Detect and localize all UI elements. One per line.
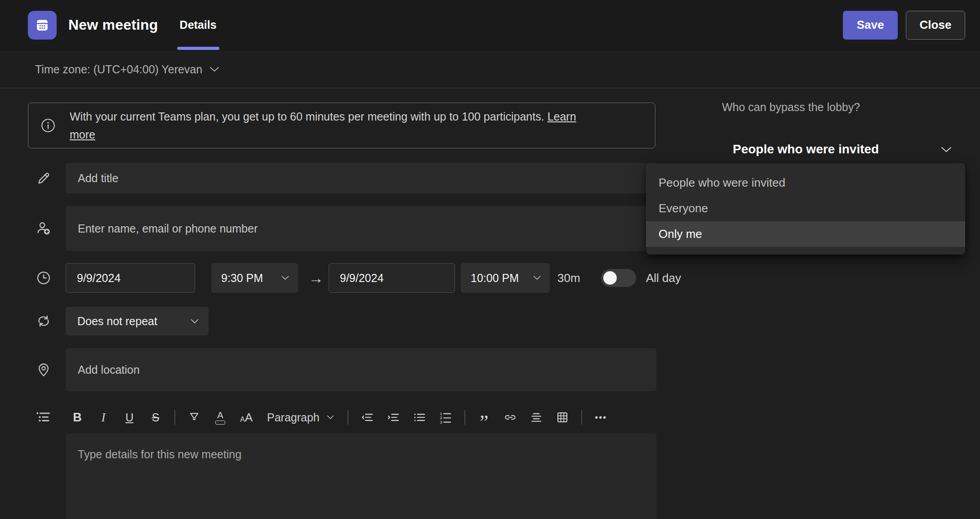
header: New meeting Details Save Close (0, 0, 980, 50)
new-meeting-dialog: New meeting Details Save Close Time zone… (0, 0, 980, 519)
bullet-list-icon (413, 412, 426, 423)
lobby-question-label: Who can bypass the lobby? (722, 101, 860, 114)
lobby-options-menu: People who were invited Everyone Only me (646, 163, 965, 255)
highlighter-icon (187, 411, 201, 424)
quote-button[interactable]: ” (472, 406, 496, 429)
end-time-dropdown[interactable]: 10:00 PM (461, 263, 550, 293)
location-pin-icon (35, 361, 53, 379)
underline-button[interactable]: U (118, 406, 141, 429)
link-icon (503, 412, 517, 423)
details-placeholder: Type details for this new meeting (78, 448, 241, 461)
chevron-down-icon (209, 67, 219, 72)
toolbar-divider (174, 410, 175, 425)
toolbar-divider (581, 410, 582, 425)
end-date-value: 9/9/2024 (340, 272, 383, 285)
attendees-placeholder: Enter name, email or phone number (78, 222, 258, 235)
numbered-list-icon: 1 2 3 (439, 411, 452, 424)
tab-details-label: Details (180, 18, 217, 31)
link-button[interactable] (499, 406, 522, 429)
menu-item-everyone[interactable]: Everyone (646, 196, 965, 221)
lobby-dropdown[interactable]: People who were invited (722, 136, 965, 163)
end-date-input[interactable]: 9/9/2024 (329, 263, 455, 293)
chevron-down-icon (281, 276, 289, 280)
person-add-icon (35, 219, 53, 237)
title-input[interactable]: Add title (66, 163, 656, 193)
table-icon (556, 411, 569, 424)
font-size-icon: A A (240, 412, 253, 423)
agenda-list-icon (35, 408, 53, 426)
start-time-value: 9:30 PM (221, 272, 263, 285)
rich-text-toolbar: B I U S A A A Paragraph (66, 403, 656, 432)
plan-info-banner: With your current Teams plan, you get up… (28, 103, 655, 148)
close-button[interactable]: Close (906, 11, 965, 40)
chevron-down-icon (191, 319, 199, 324)
highlight-button[interactable] (183, 406, 206, 429)
title-placeholder: Add title (78, 172, 118, 185)
pencil-icon (35, 169, 53, 187)
bullet-list-button[interactable] (408, 406, 431, 429)
bold-button[interactable]: B (66, 406, 89, 429)
timezone-selector[interactable]: Time zone: (UTC+04:00) Yerevan (35, 63, 202, 76)
tab-details[interactable]: Details (178, 0, 218, 50)
outdent-icon (361, 412, 374, 423)
tab-active-indicator (177, 47, 219, 50)
page-title: New meeting (68, 17, 158, 33)
font-color-button[interactable]: A (209, 406, 232, 429)
arrow-right-icon: → (305, 263, 327, 293)
paragraph-style-dropdown[interactable]: Paragraph (261, 406, 340, 429)
font-color-icon: A (215, 411, 225, 425)
duration-label: 30m (557, 263, 580, 293)
location-placeholder: Add location (78, 363, 140, 376)
svg-text:3: 3 (440, 420, 442, 424)
numbered-list-button[interactable]: 1 2 3 (434, 406, 457, 429)
clock-icon (35, 269, 53, 287)
meeting-details-editor[interactable]: Type details for this new meeting (66, 434, 656, 519)
more-options-button[interactable]: ••• (589, 406, 613, 429)
lobby-dropdown-value: People who were invited (733, 142, 879, 157)
toolbar-divider (347, 410, 348, 425)
end-time-value: 10:00 PM (471, 272, 519, 285)
save-button[interactable]: Save (843, 11, 898, 40)
align-button[interactable] (525, 406, 548, 429)
location-input[interactable]: Add location (66, 348, 656, 391)
font-size-button[interactable]: A A (235, 406, 258, 429)
chevron-down-icon (327, 415, 334, 420)
menu-item-only-me[interactable]: Only me (646, 221, 965, 247)
strikethrough-button[interactable]: S (144, 406, 167, 429)
chevron-down-icon (533, 276, 541, 280)
repeat-dropdown[interactable]: Does not repeat (66, 307, 209, 336)
calendar-app-icon (28, 11, 57, 40)
paragraph-label: Paragraph (267, 411, 320, 424)
all-day-label: All day (646, 263, 681, 293)
all-day-toggle[interactable] (601, 269, 636, 287)
plan-info-text: With your current Teams plan, you get up… (70, 107, 600, 143)
start-date-input[interactable]: 9/9/2024 (66, 263, 195, 293)
plan-info-message: With your current Teams plan, you get up… (70, 110, 544, 123)
close-button-label: Close (920, 18, 952, 32)
calendar-glyph (34, 17, 51, 34)
repeat-value: Does not repeat (77, 315, 157, 328)
align-center-icon (530, 412, 543, 423)
italic-button[interactable]: I (92, 406, 115, 429)
menu-item-people-invited[interactable]: People who were invited (646, 170, 965, 196)
start-date-value: 9/9/2024 (77, 272, 120, 285)
outdent-button[interactable] (356, 406, 379, 429)
repeat-icon (35, 312, 53, 330)
toggle-knob (603, 271, 617, 285)
start-time-dropdown[interactable]: 9:30 PM (211, 263, 298, 293)
save-button-label: Save (857, 18, 884, 32)
toolbar-divider (464, 410, 465, 425)
attendees-input[interactable]: Enter name, email or phone number (66, 206, 656, 251)
insert-table-button[interactable] (551, 406, 574, 429)
indent-button[interactable] (382, 406, 405, 429)
timezone-bar: Time zone: (UTC+04:00) Yerevan (0, 51, 980, 88)
indent-icon (387, 412, 400, 423)
chevron-down-icon (941, 147, 952, 152)
info-icon (40, 117, 56, 134)
